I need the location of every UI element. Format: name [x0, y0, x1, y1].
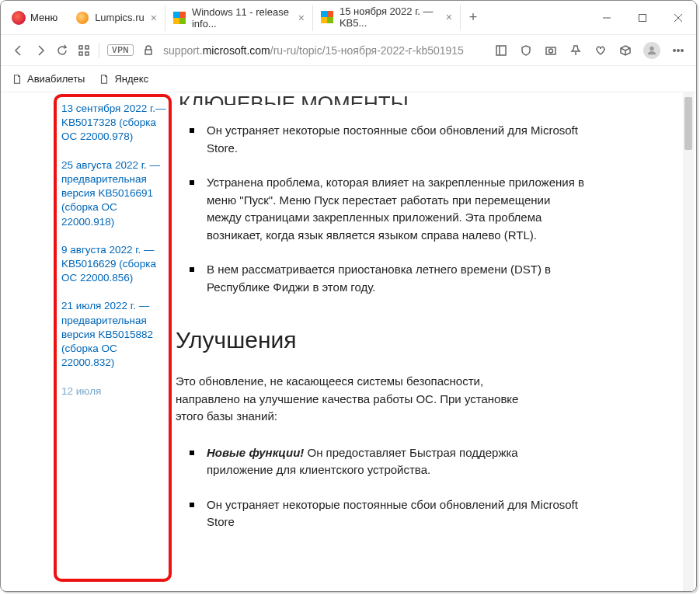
back-button[interactable]: [12, 43, 26, 57]
list-item: Новые функции! Он предоставляет Быстрая …: [207, 444, 681, 479]
lock-icon[interactable]: [141, 43, 155, 57]
tab-lumpics[interactable]: Lumpics.ru ×: [68, 5, 165, 31]
new-tab-button[interactable]: +: [461, 9, 486, 26]
svg-rect-1: [639, 14, 646, 21]
pin-icon[interactable]: [569, 43, 583, 57]
profile-avatar[interactable]: [643, 42, 660, 59]
bold-label: Новые функции!: [207, 446, 304, 459]
scroll-thumb[interactable]: [684, 97, 692, 150]
page-icon: [99, 74, 110, 85]
forward-button[interactable]: [33, 43, 47, 57]
bookmark-yandex[interactable]: Яндекс: [99, 73, 148, 85]
svg-rect-8: [145, 50, 151, 54]
favicon-windows-icon: [173, 12, 186, 24]
camera-icon[interactable]: [544, 43, 558, 57]
reload-button[interactable]: [55, 43, 69, 57]
svg-point-15: [674, 49, 675, 50]
article-main: КЛЮЧЕВЫЕ МОМЕНТЫ Он устраняет некоторые …: [171, 92, 696, 591]
speed-dial-button[interactable]: [77, 43, 91, 57]
titlebar: Меню Lumpics.ru × Windows 11 - release i…: [1, 1, 696, 35]
svg-point-12: [549, 49, 553, 53]
sidebar-icon[interactable]: [494, 43, 508, 57]
bookmarks-bar: Авиабилеты Яндекс: [1, 66, 696, 92]
url-prefix: support.: [163, 44, 203, 57]
bookmark-label: Яндекс: [114, 73, 148, 85]
svg-point-16: [677, 49, 679, 50]
bookmark-label: Авиабилеты: [27, 73, 85, 85]
section-heading-cut: КЛЮЧЕВЫЕ МОМЕНТЫ: [179, 92, 681, 105]
menu-label: Меню: [30, 12, 57, 23]
svg-point-14: [650, 46, 653, 50]
close-icon[interactable]: ×: [298, 12, 305, 24]
tab-title: Lumpics.ru: [95, 12, 145, 23]
toolbar-right: [494, 42, 685, 59]
vertical-scrollbar[interactable]: [683, 92, 694, 591]
sidebar-item[interactable]: 21 июля 2022 г. — предварительная версия…: [61, 299, 171, 370]
sidebar-item[interactable]: 12 июля: [61, 384, 171, 398]
opera-icon: [12, 11, 26, 25]
tab-title: 15 ноября 2022 г. — KB5...: [340, 5, 440, 29]
svg-rect-4: [79, 46, 82, 49]
list-item: Он устраняет некоторые постоянные сбои о…: [207, 496, 681, 531]
tab-title: Windows 11 - release info...: [192, 6, 292, 30]
svg-rect-6: [79, 52, 82, 55]
opera-menu-button[interactable]: Меню: [1, 1, 68, 34]
article-nav-sidebar: 13 сентября 2022 г.— KB5017328 (сборка О…: [50, 92, 171, 591]
favicon-windows-icon: [321, 11, 333, 23]
page-icon: [12, 74, 23, 85]
heart-icon[interactable]: [594, 43, 608, 57]
sidebar-item[interactable]: 25 августа 2022 г. — предварительная вер…: [61, 158, 171, 229]
close-window-button[interactable]: [660, 1, 696, 35]
url-path: /ru-ru/topic/15-ноября-2022-г-kb501915: [270, 44, 464, 57]
section-intro: Это обновление, не касающееся системы бе…: [176, 373, 681, 426]
vpn-badge[interactable]: VPN: [107, 44, 134, 56]
highlights-list: Он устраняет некоторые постоянные сбои о…: [179, 122, 681, 296]
bookmark-aviabilety[interactable]: Авиабилеты: [12, 73, 85, 85]
close-icon[interactable]: ×: [446, 11, 452, 23]
address-bar: VPN support.microsoft.com/ru-ru/topic/15…: [1, 35, 696, 66]
window-controls: [589, 1, 696, 35]
improvements-list: Новые функции! Он предоставляет Быстрая …: [179, 444, 681, 531]
page-content: 13 сентября 2022 г.— KB5017328 (сборка О…: [1, 92, 696, 591]
list-item: Устранена проблема, которая влияет на за…: [207, 174, 681, 244]
section-heading: Улучшения: [176, 322, 681, 357]
svg-rect-5: [85, 46, 89, 49]
minimize-button[interactable]: [589, 1, 625, 35]
svg-point-17: [681, 49, 683, 50]
url-field[interactable]: support.microsoft.com/ru-ru/topic/15-ноя…: [163, 44, 486, 57]
svg-rect-9: [496, 46, 506, 55]
tab-strip: Lumpics.ru × Windows 11 - release info..…: [68, 1, 589, 34]
favicon-lumpics-icon: [76, 12, 89, 24]
sidebar-item[interactable]: 9 августа 2022 г. — KB5016629 (сборка ОС…: [61, 243, 171, 286]
list-item: Он устраняет некоторые постоянные сбои о…: [207, 122, 681, 157]
sidebar-item[interactable]: 13 сентября 2022 г.— KB5017328 (сборка О…: [61, 102, 171, 144]
cube-icon[interactable]: [618, 43, 632, 57]
svg-rect-7: [85, 52, 89, 55]
close-icon[interactable]: ×: [151, 12, 157, 24]
url-host: microsoft.com: [203, 44, 270, 57]
list-item: В нем рассматривается приостановка летне…: [207, 261, 681, 296]
tab-kb-article[interactable]: 15 ноября 2022 г. — KB5... ×: [313, 5, 461, 31]
tab-windows-release[interactable]: Windows 11 - release info... ×: [165, 5, 313, 31]
maximize-button[interactable]: [625, 1, 660, 35]
shield-icon[interactable]: [519, 43, 533, 57]
browser-window: Меню Lumpics.ru × Windows 11 - release i…: [0, 0, 697, 592]
more-icon[interactable]: [671, 43, 685, 57]
